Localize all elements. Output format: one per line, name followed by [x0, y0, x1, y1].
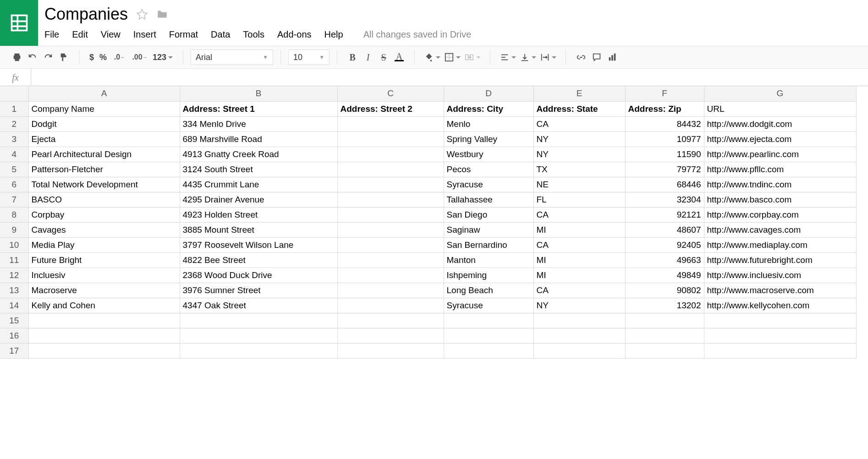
- row-header[interactable]: 14: [0, 298, 28, 313]
- cell[interactable]: [625, 328, 704, 343]
- cell[interactable]: Address: Street 1: [180, 101, 337, 116]
- format-percent-button[interactable]: %: [97, 53, 110, 62]
- cell[interactable]: http://www.macroserve.com: [704, 283, 856, 298]
- cell[interactable]: Future Bright: [28, 252, 180, 268]
- row-header[interactable]: 3: [0, 131, 28, 147]
- cell[interactable]: 4435 Crummit Lane: [180, 177, 337, 192]
- cell[interactable]: 3124 South Street: [180, 162, 337, 177]
- cell[interactable]: Media Play: [28, 237, 180, 252]
- font-size-select[interactable]: 10 ▼: [288, 49, 330, 65]
- cell[interactable]: http://www.pfllc.com: [704, 162, 856, 177]
- cell[interactable]: 92405: [625, 237, 704, 252]
- cell[interactable]: Corpbay: [28, 207, 180, 222]
- cell[interactable]: Pecos: [444, 162, 533, 177]
- cell[interactable]: [180, 313, 337, 328]
- cell[interactable]: 84432: [625, 116, 704, 131]
- cell[interactable]: 79772: [625, 162, 704, 177]
- cell[interactable]: [337, 328, 444, 343]
- cell[interactable]: Address: State: [533, 101, 625, 116]
- cell[interactable]: [337, 313, 444, 328]
- cell[interactable]: Macroserve: [28, 283, 180, 298]
- cell[interactable]: http://www.pearlinc.com: [704, 147, 856, 162]
- cell[interactable]: 10977: [625, 131, 704, 147]
- spreadsheet-grid[interactable]: ABCDEFG 1Company NameAddress: Street 1Ad…: [0, 86, 868, 359]
- cell[interactable]: FL: [533, 192, 625, 207]
- cell[interactable]: Saginaw: [444, 222, 533, 237]
- more-formats-button[interactable]: 123: [150, 53, 176, 62]
- cell[interactable]: [533, 328, 625, 343]
- cell[interactable]: Syracuse: [444, 177, 533, 192]
- insert-comment-button[interactable]: [589, 49, 604, 65]
- menu-help[interactable]: Help: [324, 29, 343, 40]
- decrease-decimal-button[interactable]: .0←: [110, 49, 130, 65]
- cell[interactable]: Total Network Development: [28, 177, 180, 192]
- cell[interactable]: Cavages: [28, 222, 180, 237]
- select-all-corner[interactable]: [0, 86, 28, 101]
- cell[interactable]: 4923 Holden Street: [180, 207, 337, 222]
- row-header[interactable]: 10: [0, 237, 28, 252]
- cell[interactable]: [337, 162, 444, 177]
- menu-view[interactable]: View: [101, 29, 121, 40]
- cell[interactable]: [337, 177, 444, 192]
- star-icon[interactable]: [136, 8, 148, 20]
- print-button[interactable]: [9, 49, 25, 65]
- cell[interactable]: http://www.ejecta.com: [704, 131, 856, 147]
- folder-icon[interactable]: [156, 8, 168, 20]
- row-header[interactable]: 16: [0, 328, 28, 343]
- cell[interactable]: Syracuse: [444, 298, 533, 313]
- menu-addons[interactable]: Add-ons: [277, 29, 312, 40]
- column-header-A[interactable]: A: [28, 86, 180, 101]
- row-header[interactable]: 4: [0, 147, 28, 162]
- cell[interactable]: NY: [533, 147, 625, 162]
- borders-button[interactable]: [442, 49, 462, 65]
- cell[interactable]: Address: City: [444, 101, 533, 116]
- cell[interactable]: [28, 313, 180, 328]
- column-header-E[interactable]: E: [533, 86, 625, 101]
- cell[interactable]: [704, 343, 856, 358]
- insert-link-button[interactable]: [573, 49, 589, 65]
- cell[interactable]: 2368 Wood Duck Drive: [180, 268, 337, 283]
- cell[interactable]: [337, 237, 444, 252]
- cell[interactable]: http://www.mediaplay.com: [704, 237, 856, 252]
- cell[interactable]: 49849: [625, 268, 704, 283]
- cell[interactable]: 90802: [625, 283, 704, 298]
- column-header-B[interactable]: B: [180, 86, 337, 101]
- row-header[interactable]: 13: [0, 283, 28, 298]
- cell[interactable]: CA: [533, 237, 625, 252]
- increase-decimal-button[interactable]: .00→: [130, 49, 150, 65]
- cell[interactable]: http://www.corpbay.com: [704, 207, 856, 222]
- menu-file[interactable]: File: [44, 29, 59, 40]
- undo-button[interactable]: [25, 49, 40, 65]
- font-family-select[interactable]: Arial ▼: [191, 49, 273, 65]
- cell[interactable]: San Diego: [444, 207, 533, 222]
- cell[interactable]: 11590: [625, 147, 704, 162]
- cell[interactable]: http://www.dodgit.com: [704, 116, 856, 131]
- cell[interactable]: Patterson-Fletcher: [28, 162, 180, 177]
- cell[interactable]: 48607: [625, 222, 704, 237]
- cell[interactable]: 32304: [625, 192, 704, 207]
- menu-insert[interactable]: Insert: [133, 29, 156, 40]
- horizontal-align-button[interactable]: [498, 49, 518, 65]
- cell[interactable]: [180, 343, 337, 358]
- cell[interactable]: http://www.futurebright.com: [704, 252, 856, 268]
- cell[interactable]: Westbury: [444, 147, 533, 162]
- cell[interactable]: [28, 328, 180, 343]
- cell[interactable]: http://www.kellycohen.com: [704, 298, 856, 313]
- menu-data[interactable]: Data: [211, 29, 230, 40]
- menu-format[interactable]: Format: [169, 29, 198, 40]
- cell[interactable]: 334 Menlo Drive: [180, 116, 337, 131]
- cell[interactable]: NY: [533, 298, 625, 313]
- cell[interactable]: http://www.tndinc.com: [704, 177, 856, 192]
- cell[interactable]: MI: [533, 268, 625, 283]
- sheets-logo[interactable]: [0, 0, 38, 46]
- cell[interactable]: http://www.basco.com: [704, 192, 856, 207]
- cell[interactable]: NE: [533, 177, 625, 192]
- cell[interactable]: Incluesiv: [28, 268, 180, 283]
- cell[interactable]: 92121: [625, 207, 704, 222]
- cell[interactable]: Pearl Architectural Design: [28, 147, 180, 162]
- row-header[interactable]: 17: [0, 343, 28, 358]
- cell[interactable]: [444, 343, 533, 358]
- cell[interactable]: http://www.cavages.com: [704, 222, 856, 237]
- cell[interactable]: [337, 192, 444, 207]
- cell[interactable]: Long Beach: [444, 283, 533, 298]
